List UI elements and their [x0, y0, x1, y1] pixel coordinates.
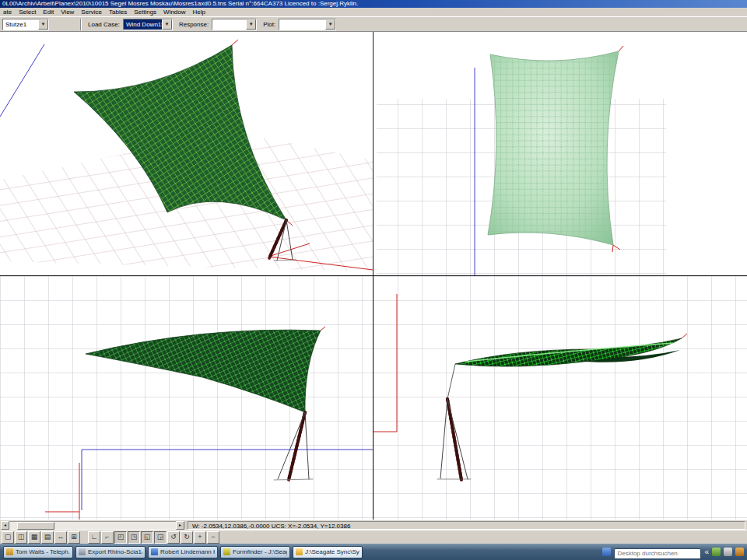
window-title: 0L00\Archiv\Arbeit\Planex\2010\10015 Seg… [2, 0, 358, 7]
menu-item-select[interactable]: Select [19, 9, 36, 16]
viewport-front-elevation[interactable] [0, 276, 373, 520]
view-tools-group: ∟ ⌐ ◰ ◳ ◱ ◲ ↺ ↻ + − [88, 531, 219, 544]
viewport-plan[interactable] [374, 32, 747, 275]
viewport-grid [0, 32, 747, 520]
view-top-icon[interactable]: ⌐ [101, 531, 114, 544]
scrollbar-thumb[interactable] [17, 522, 54, 530]
zoom-in-icon[interactable]: + [194, 531, 206, 544]
task-label: J:\Seagate Sync\Syn... [305, 548, 359, 555]
load-case-value: Wind Down15 [124, 19, 162, 30]
rotate-ccw-icon[interactable]: ↺ [167, 531, 180, 544]
plan-canvas [374, 32, 747, 275]
scroll-right-icon[interactable]: ▸ [176, 521, 184, 530]
plot-label: Plot: [263, 21, 275, 28]
tray-icon-2[interactable] [724, 548, 732, 556]
menu-item-service[interactable]: Service [81, 9, 102, 16]
task-label: Formfinder - J:\Seagate ... [233, 548, 287, 555]
pan-icon[interactable]: ↔ [54, 531, 67, 544]
taskbar-button-formfinder[interactable]: Formfinder - J:\Seagate ... [220, 546, 290, 558]
dropdown-arrow-icon[interactable]: ▼ [325, 19, 335, 30]
viewport-side-elevation[interactable] [374, 276, 747, 520]
perspective-canvas [0, 32, 373, 275]
taskbar-button-music[interactable]: Tom Waits - Teleph... [3, 546, 73, 558]
view-q3-icon[interactable]: ◱ [141, 531, 153, 544]
viewport-perspective[interactable] [0, 32, 373, 275]
load-case-combo[interactable]: Wind Down15 ▼ [123, 19, 173, 30]
tray-icon-app[interactable] [602, 548, 611, 556]
menu-item-window[interactable]: Window [163, 9, 185, 16]
element-combo-value: Stutze1 [3, 19, 38, 30]
statusbar: ◂ ▸ W: -2.0534,12.0386,-0.0000 UCS: X=-2… [0, 520, 747, 530]
menu-item-tables[interactable]: Tables [109, 9, 127, 16]
rotate-cw-icon[interactable]: ↻ [181, 531, 193, 544]
sail-mesh [488, 51, 619, 245]
menu-item-settings[interactable]: Settings [134, 9, 156, 16]
app-icon [79, 548, 86, 555]
zoom-window-icon[interactable]: ⊞ [68, 531, 80, 544]
load-case-label: Load Case: [88, 21, 120, 28]
dropdown-arrow-icon[interactable]: ▼ [162, 19, 172, 30]
copy-icon[interactable]: ◫ [15, 531, 27, 544]
desktop-search [614, 544, 701, 559]
scroll-left-icon[interactable]: ◂ [1, 521, 9, 530]
menubar: ate Select Edit View Service Tables Sett… [0, 8, 747, 16]
menu-item-help[interactable]: Help [193, 9, 205, 16]
menu-item-edit[interactable]: Edit [43, 9, 54, 16]
scrollbar-track[interactable] [9, 521, 176, 530]
response-combo[interactable]: ▼ [212, 19, 257, 30]
front-canvas [0, 276, 373, 520]
elevation-grid [374, 276, 747, 520]
tray-icon-3[interactable] [735, 548, 744, 556]
task-label: Export Rhino-Scia1a - Rh... [88, 548, 142, 555]
elevation-grid [0, 276, 373, 520]
side-canvas [374, 276, 747, 520]
horizontal-scrollbar[interactable]: ◂ ▸ [1, 521, 184, 530]
system-tray: « [602, 544, 744, 559]
axis-corner-icon[interactable]: ∟ [88, 531, 100, 544]
dropdown-arrow-icon[interactable]: ▼ [38, 19, 48, 30]
dropdown-arrow-icon[interactable]: ▼ [246, 19, 256, 30]
app-icon [6, 548, 13, 555]
menu-item-view[interactable]: View [61, 9, 74, 16]
taskbar-button-explorer[interactable]: J:\Seagate Sync\Syn... [293, 546, 363, 558]
view-q2-icon[interactable]: ◳ [128, 531, 140, 544]
app-icon [151, 548, 158, 555]
tray-icon-1[interactable] [712, 548, 721, 556]
save-icon[interactable]: ▦ [28, 531, 40, 544]
new-page-icon[interactable]: ▢ [2, 531, 14, 544]
zoom-out-icon[interactable]: − [207, 531, 219, 544]
main-toolbar: Stutze1 ▼ Load Case: Wind Down15 ▼ Respo… [0, 16, 747, 32]
axis-line-blue [0, 44, 44, 117]
menu-item-ate[interactable]: ate [3, 9, 12, 16]
toolbar-separator [80, 19, 82, 30]
table-icon[interactable]: ▤ [41, 531, 54, 544]
element-combo[interactable]: Stutze1 ▼ [2, 19, 49, 30]
coordinate-readout: W: -2.0534,12.0386,-0.0000 UCS: X=-2.053… [188, 521, 745, 530]
icon-toolbar: ▢ ◫ ▦ ▤ ↔ ⊞ ∟ ⌐ ◰ ◳ ◱ ◲ ↺ ↻ + − [0, 530, 747, 544]
task-label: Tom Waits - Teleph... [16, 548, 70, 555]
application-window: 0L00\Archiv\Arbeit\Planex\2010\10015 Seg… [0, 0, 747, 560]
view-q1-icon[interactable]: ◰ [114, 531, 127, 544]
plot-combo[interactable]: ▼ [279, 19, 336, 30]
taskbar-button-browser[interactable]: Robert Lindemann KG Gr... [148, 546, 218, 558]
app-icon [223, 548, 230, 555]
tray-expand-icon[interactable]: « [704, 548, 709, 556]
desktop-search-input[interactable] [614, 548, 701, 559]
view-q4-icon[interactable]: ◲ [154, 531, 167, 544]
response-label: Response: [179, 21, 209, 28]
response-value [212, 19, 246, 30]
taskbar-button-rhino[interactable]: Export Rhino-Scia1a - Rh... [75, 546, 146, 558]
plot-value [279, 19, 325, 30]
titlebar[interactable]: 0L00\Archiv\Arbeit\Planex\2010\10015 Seg… [0, 0, 747, 8]
taskbar: Tom Waits - Teleph... Export Rhino-Scia1… [0, 544, 747, 560]
file-tools-group: ▢ ◫ ▦ ▤ ↔ ⊞ [2, 531, 80, 544]
task-label: Robert Lindemann KG Gr... [160, 548, 215, 555]
app-icon [296, 548, 303, 555]
